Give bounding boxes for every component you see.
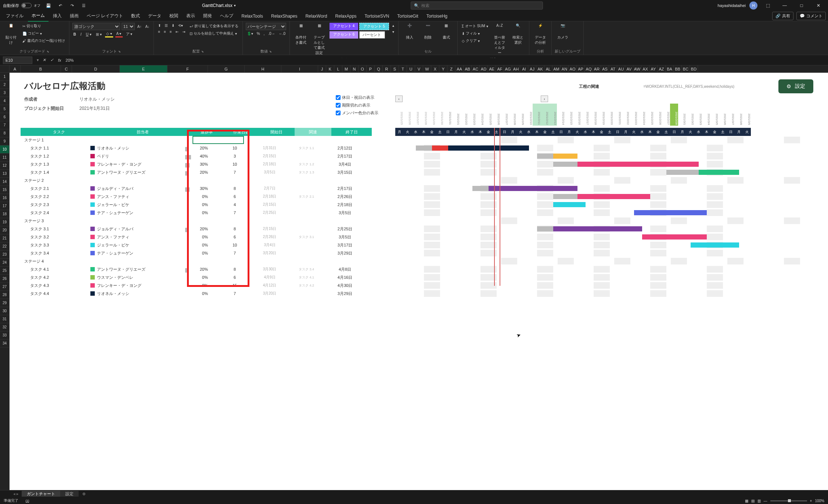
row-header-23[interactable]: 23 [0, 251, 9, 259]
col-header-H[interactable]: H [245, 65, 281, 72]
task-row[interactable]: タスク 4.1アントワーヌ・グリエーズ20%83月30日タスク 3.44月8日 [10, 265, 828, 273]
indent-dec[interactable]: ⇤ [174, 29, 180, 35]
col-header-AG[interactable]: AG [504, 65, 512, 72]
task-row[interactable]: タスク 2.4テア・シュテーゲン0%72月25日3月5日 [10, 209, 828, 217]
tab-数式[interactable]: 数式 [127, 11, 144, 21]
merge-center-button[interactable]: ⊡ セルを結合して中央揃え ▾ [188, 30, 240, 37]
wrap-text-button[interactable]: ⮐ 折り返して全体を表示する [188, 23, 240, 29]
enter-icon[interactable]: ✓ [48, 58, 56, 62]
accessibility-icon[interactable]: 🕮 [26, 499, 29, 503]
col-header-O[interactable]: O [359, 65, 367, 72]
clear-button[interactable]: ◇ クリア ▾ [461, 37, 489, 44]
dropdown-icon[interactable]: ▾ [35, 58, 40, 62]
col-header-AN[interactable]: AN [561, 65, 569, 72]
col-header-AW[interactable]: AW [633, 65, 641, 72]
check-option-1[interactable]: 期限切れの表示 [336, 102, 378, 108]
undo-icon[interactable]: ↶ [57, 2, 64, 9]
align-center[interactable]: ≡ [163, 29, 167, 35]
row-header-16[interactable]: 16 [0, 194, 9, 202]
task-row[interactable]: タスク 1.3フレンキー・デ・ヨング30%102月18日タスク 1.23月4日 [10, 160, 828, 168]
col-header-AO[interactable]: AO [569, 65, 577, 72]
col-header-AX[interactable]: AX [641, 65, 649, 72]
row-header-11[interactable]: 11 [0, 154, 9, 162]
view-pagebreak-icon[interactable]: ▥ [757, 499, 761, 503]
gantt-bar[interactable] [577, 162, 699, 167]
paste-button[interactable]: 📋貼り付け [3, 23, 19, 46]
col-header-W[interactable]: W [423, 65, 431, 72]
font-name-select[interactable]: 游ゴシック [72, 23, 120, 30]
percent-style[interactable]: パーセント [359, 31, 385, 39]
row-header-34[interactable]: 34 [0, 339, 9, 348]
italic-button[interactable]: I [79, 31, 83, 37]
tab-relaxshapes[interactable]: RelaxShapes [267, 11, 301, 21]
number-format-select[interactable]: パーセンテージ [246, 23, 286, 30]
row-header-9[interactable]: 9 [0, 137, 9, 145]
row-header-1[interactable]: 1 [0, 73, 9, 81]
gantt-bar[interactable] [553, 154, 577, 159]
task-row[interactable]: タスク 2.1ジョルディ・アルバ30%82月7日2月17日 [10, 184, 828, 192]
tab-ページ レイアウト[interactable]: ページ レイアウト [83, 11, 127, 21]
percent-button[interactable]: % [256, 31, 261, 36]
row-header-4[interactable]: 4 [0, 97, 9, 105]
col-header-V[interactable]: V [415, 65, 423, 72]
task-row[interactable]: タスク 3.1ジョルディ・アルバ20%82月15日2月25日 [10, 225, 828, 233]
row-header-21[interactable]: 21 [0, 234, 9, 242]
task-row[interactable]: タスク 1.2ペドリ40%32月15日2月17日 [10, 152, 828, 160]
col-header-BD[interactable]: BD [690, 65, 698, 72]
touch-icon[interactable]: ☰ [80, 2, 87, 9]
col-header-AR[interactable]: AR [593, 65, 601, 72]
align-mid[interactable]: ☰ [163, 23, 169, 28]
format-painter-button[interactable]: 🖌 書式のコピー/貼り付け [21, 37, 66, 44]
style-more-icon2[interactable]: ▾ [391, 29, 395, 35]
stage-row[interactable]: ステージ 2 [10, 176, 828, 184]
col-header-E[interactable]: E [120, 65, 168, 72]
gantt-bar[interactable] [553, 202, 586, 207]
col-header-T[interactable]: T [399, 65, 407, 72]
sheet-tab-1[interactable]: 設定 [60, 491, 79, 497]
find-select-button[interactable]: 🔍検索と選択 [510, 23, 526, 46]
col-header-BC[interactable]: BC [682, 65, 690, 72]
style-more-icon[interactable]: ▴ [391, 23, 395, 28]
row-header-30[interactable]: 30 [0, 307, 9, 315]
col-header-AS[interactable]: AS [601, 65, 609, 72]
col-header-M[interactable]: M [342, 65, 350, 72]
cond-format-button[interactable]: ▦条件付き書式 [293, 23, 309, 46]
dialog-launcher-icon[interactable]: ⬊ [269, 50, 272, 53]
align-bot[interactable]: ⬇ [170, 23, 176, 28]
stage-row[interactable]: ステージ 1 [10, 136, 828, 144]
col-header-AC[interactable]: AC [472, 65, 480, 72]
zoom-value[interactable]: 100% [815, 499, 824, 503]
dialog-launcher-icon[interactable]: ⬊ [47, 50, 49, 53]
col-header-J[interactable]: J [318, 65, 326, 72]
check-option-0[interactable]: 休日・祝日の表示 [336, 95, 378, 100]
col-header-AQ[interactable]: AQ [585, 65, 593, 72]
autosave-toggle[interactable]: 自動保存 オフ [3, 3, 40, 8]
settings-button[interactable]: ⚙設定 [778, 79, 813, 93]
dialog-launcher-icon[interactable]: ⬊ [118, 50, 121, 53]
redo-icon[interactable]: ↷ [68, 2, 76, 9]
gantt-bar[interactable] [577, 194, 650, 199]
tab-ファイル[interactable]: ファイル [2, 11, 27, 21]
col-header-AL[interactable]: AL [544, 65, 552, 72]
col-header-BB[interactable]: BB [674, 65, 682, 72]
indent-inc[interactable]: ⇥ [181, 29, 186, 35]
tab-tortoisesvn[interactable]: TortoiseSVN [361, 11, 393, 21]
avatar[interactable]: H [749, 1, 757, 10]
font-size-select[interactable]: 11 [122, 23, 135, 30]
col-header-I[interactable]: I [281, 65, 318, 72]
align-top[interactable]: ⬆ [157, 23, 162, 28]
checkbox-icon[interactable] [336, 103, 341, 108]
phonetic-button[interactable]: ア ▾ [125, 31, 134, 37]
col-header-AF[interactable]: AF [496, 65, 504, 72]
checkbox-icon[interactable] [336, 111, 341, 115]
formula-input[interactable] [64, 58, 828, 62]
col-header-AM[interactable]: AM [552, 65, 561, 72]
save-icon[interactable]: 💾 [45, 2, 52, 9]
camera-button[interactable]: 📷カメラ [555, 23, 571, 41]
tab-データ[interactable]: データ [144, 11, 165, 21]
col-header-U[interactable]: U [407, 65, 415, 72]
maximize-icon[interactable]: □ [795, 0, 808, 11]
zoom-out-icon[interactable]: — [764, 499, 767, 503]
row-header-12[interactable]: 12 [0, 162, 9, 170]
dec-decimal[interactable]: ←.0 [278, 31, 287, 36]
